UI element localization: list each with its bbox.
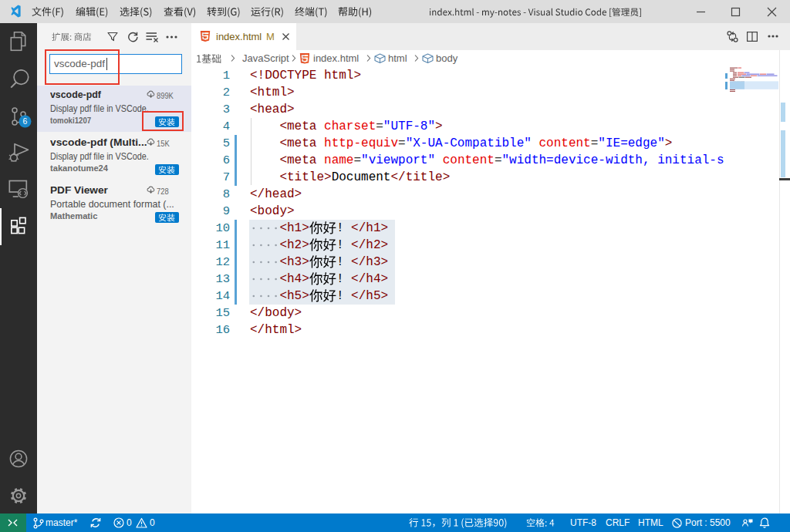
svg-text:6: 6 (23, 116, 28, 126)
